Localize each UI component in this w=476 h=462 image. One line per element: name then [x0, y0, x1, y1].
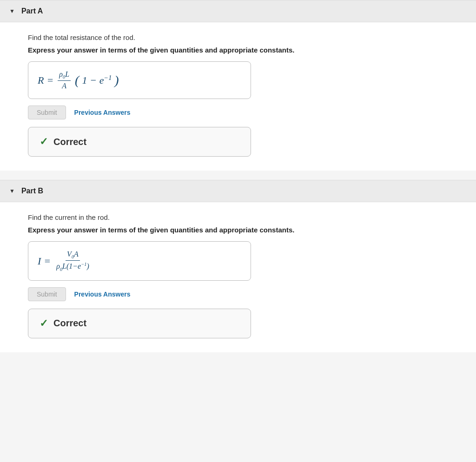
- part-b-header[interactable]: ▼ Part B: [0, 180, 476, 202]
- page-container: ▼ Part A Find the total resistance of th…: [0, 0, 476, 352]
- part-b-section: ▼ Part B Find the current in the rod. Ex…: [0, 180, 476, 352]
- formula-exp: e−1: [99, 74, 112, 86]
- formula-equals: =: [46, 74, 53, 86]
- formula-fraction: ρ0L A: [58, 70, 71, 90]
- chevron-down-icon-b: ▼: [9, 188, 15, 194]
- formula-paren-close: ): [114, 73, 119, 88]
- formula-b-numerator: V0A: [66, 250, 80, 261]
- part-b-answer-box: I = V0A ρ0L(1−e−1): [28, 241, 251, 281]
- part-b-formula: I = V0A ρ0L(1−e−1): [38, 250, 241, 272]
- part-b-body: Find the current in the rod. Express you…: [0, 202, 476, 352]
- part-b-title: Part B: [21, 187, 43, 195]
- part-a-header[interactable]: ▼ Part A: [0, 0, 476, 22]
- part-a-correct-label: Correct: [53, 137, 86, 147]
- part-a-section: ▼ Part A Find the total resistance of th…: [0, 0, 476, 171]
- part-a-submit-button[interactable]: Submit: [28, 106, 66, 119]
- part-a-instructions: Express your answer in terms of the give…: [28, 46, 448, 54]
- part-divider: [0, 171, 476, 180]
- part-a-check-icon: ✓: [40, 136, 48, 148]
- part-b-correct-label: Correct: [53, 318, 86, 329]
- part-a-correct-box: ✓ Correct: [28, 127, 251, 157]
- part-b-correct-box: ✓ Correct: [28, 309, 251, 338]
- formula-b-fraction: V0A ρ0L(1−e−1): [55, 250, 91, 272]
- formula-i-var: I: [38, 255, 41, 267]
- part-a-title: Part A: [21, 7, 43, 15]
- formula-paren-open: (: [75, 73, 79, 88]
- formula-denominator: A: [60, 81, 68, 90]
- formula-numerator: ρ0L: [58, 70, 71, 81]
- part-b-submit-button[interactable]: Submit: [28, 287, 66, 301]
- part-a-formula: R = ρ0L A ( 1 − e−1 ): [38, 70, 241, 90]
- formula-one: 1 −: [82, 74, 96, 86]
- formula-b-equals: =: [44, 255, 51, 267]
- formula-r-var: R: [38, 74, 44, 86]
- formula-b-denominator: ρ0L(1−e−1): [55, 261, 91, 272]
- part-a-prev-answers-link[interactable]: Previous Answers: [74, 109, 131, 116]
- part-a-question: Find the total resistance of the rod.: [28, 33, 448, 41]
- part-b-question: Find the current in the rod.: [28, 213, 448, 221]
- part-a-actions: Submit Previous Answers: [28, 106, 448, 119]
- part-b-actions: Submit Previous Answers: [28, 287, 448, 301]
- part-a-answer-box: R = ρ0L A ( 1 − e−1 ): [28, 61, 251, 99]
- chevron-down-icon: ▼: [9, 8, 15, 14]
- part-b-prev-answers-link[interactable]: Previous Answers: [74, 290, 131, 298]
- part-b-instructions: Express your answer in terms of the give…: [28, 226, 448, 234]
- part-b-check-icon: ✓: [40, 317, 48, 330]
- part-a-body: Find the total resistance of the rod. Ex…: [0, 22, 476, 171]
